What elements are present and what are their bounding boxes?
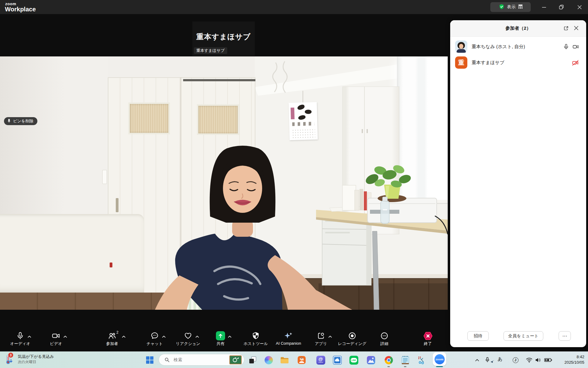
main-video-feed: ピンを削除 重本ちなみ [0, 56, 448, 310]
at-glyph: @ [318, 357, 323, 361]
end-call-icon [408, 331, 448, 341]
share-screen-icon [201, 331, 240, 341]
close-panel-icon[interactable] [574, 25, 579, 32]
end-meeting-button[interactable]: 終了 [408, 329, 448, 347]
search-input[interactable] [174, 354, 223, 365]
share-options-chevron[interactable] [228, 334, 232, 339]
titlebar: zoom Workplace 表示 [0, 0, 588, 14]
shield-check-icon [499, 4, 505, 11]
participant-name: 重本すまほサブ [472, 55, 504, 71]
pin-button-label: ピンを削除 [13, 118, 33, 124]
participant-row-sub[interactable]: 重 重本すまほサブ [450, 55, 586, 71]
battery-icon[interactable] [544, 355, 553, 365]
notepad-app-icon[interactable] [401, 355, 410, 365]
weather-headline[interactable]: 気温が下がる見込み [18, 354, 54, 359]
pin-icon [7, 119, 11, 124]
participants-count-badge: 2 [116, 330, 119, 335]
video-options-chevron[interactable] [63, 334, 67, 339]
participant-thumbnail[interactable]: 重本すまほサブ 重本すまほサブ [192, 21, 255, 56]
zoom-running-indicator [436, 366, 443, 367]
ime-indicator[interactable]: あ [498, 356, 502, 362]
participants-panel-header: 参加者（2） [450, 20, 586, 37]
file-explorer-icon[interactable] [280, 355, 289, 365]
thumbnail-name-tag: 重本すまほサブ [194, 47, 227, 54]
zoom-logo: zoom [5, 2, 16, 6]
chrome-running-indicator [387, 366, 390, 367]
video-camera-icon [36, 331, 76, 341]
taskbar-search[interactable] [159, 354, 244, 366]
minimize-button[interactable] [537, 0, 551, 14]
taskbar-clock[interactable]: 8:42 2025/10/05 [564, 354, 584, 365]
audio-button[interactable]: オーディオ [0, 329, 40, 347]
copilot-icon[interactable] [264, 355, 273, 365]
windows-taskbar: 3 気温が下がる見込み 次の火曜日 @ menu [0, 351, 588, 368]
zoom-workplace-window: zoom Workplace 表示 重本すまほサブ 重本すまほサブ [0, 0, 588, 368]
view-label: 表示 [507, 4, 516, 10]
mic-in-use-icon[interactable] [484, 355, 496, 365]
chrome-icon[interactable] [384, 355, 393, 365]
zoom-app-icon[interactable]: zoom [433, 352, 446, 366]
reactions-options-chevron[interactable] [195, 334, 199, 339]
weather-subtext: 次の火曜日 [18, 359, 36, 365]
participants-button[interactable]: 2 参加者 [92, 329, 132, 347]
participants-options-chevron[interactable] [122, 334, 126, 339]
zoom-logo-text: zoom [435, 354, 445, 364]
line-logo-text: LINE [351, 358, 357, 362]
search-doodle-chalkboard-icon[interactable] [229, 355, 242, 364]
j-tray-icon[interactable]: J [511, 355, 520, 365]
video-button[interactable]: ビデオ [36, 329, 76, 347]
audio-options-chevron[interactable] [28, 334, 31, 339]
avatar [455, 40, 467, 53]
chat-options-chevron[interactable] [162, 334, 166, 339]
weather-alert-badge: 3 [8, 353, 13, 358]
task-view-icon[interactable] [248, 355, 257, 365]
support-agent-icon[interactable] [297, 355, 306, 365]
meeting-toolbar: オーディオ ビデオ 2 参加者 チャット リアクション 共有 [0, 329, 448, 351]
cloud-app-icon[interactable] [333, 355, 342, 365]
speaker-icon[interactable] [533, 355, 543, 365]
photos-app-icon[interactable] [366, 355, 375, 365]
thumbnail-display-name: 重本すまほサブ [192, 32, 255, 42]
panel-more-button[interactable]: ⋯ [559, 331, 571, 341]
camera-off-icon [571, 59, 579, 67]
share-screen-button[interactable]: 共有 [201, 329, 240, 347]
tray-date: 2025/10/05 [564, 360, 584, 365]
snipping-tool-icon[interactable] [417, 355, 426, 365]
ellipsis-icon [364, 331, 404, 341]
participant-row-host[interactable]: 重本ちなみ (ホスト, 自分) [450, 39, 586, 55]
avatar-initial: 重 [455, 56, 467, 69]
apps-options-chevron[interactable] [328, 334, 332, 339]
line-app-icon[interactable]: LINE [349, 355, 358, 365]
participants-panel-footer: 招待 全員をミュート ⋯ [450, 331, 586, 342]
tray-overflow-chevron[interactable] [473, 355, 482, 365]
camera-on-icon [572, 44, 579, 51]
participants-panel: 参加者（2） 重本ちなみ (ホスト, 自分) 重 重本すまほサブ 招待 全員をミ… [450, 20, 586, 347]
mute-all-button[interactable]: 全員をミュート [503, 331, 543, 341]
invite-button[interactable]: 招待 [467, 331, 489, 341]
at-menu-app-icon[interactable]: @ menu [316, 355, 325, 365]
mic-on-icon [563, 44, 569, 51]
remove-pin-button[interactable]: ピンを削除 [4, 117, 37, 125]
participants-icon [92, 331, 132, 341]
wifi-icon[interactable] [525, 355, 534, 365]
popout-icon[interactable] [563, 25, 569, 33]
start-button[interactable] [145, 355, 154, 365]
notepad-running-indicator [404, 366, 406, 367]
more-button[interactable]: 詳細 [364, 329, 404, 347]
restore-button[interactable] [554, 0, 568, 14]
view-button[interactable]: 表示 [490, 2, 531, 12]
scene-drawing [0, 56, 448, 310]
workplace-logo: Workplace [5, 6, 36, 13]
grid-icon [518, 4, 523, 10]
search-icon [164, 357, 170, 364]
menu-glyph: menu [318, 361, 323, 363]
participant-name: 重本ちなみ (ホスト, 自分) [472, 39, 525, 55]
close-window-button[interactable] [572, 0, 586, 14]
tray-time: 8:42 [564, 354, 584, 360]
microphone-icon [0, 331, 40, 341]
